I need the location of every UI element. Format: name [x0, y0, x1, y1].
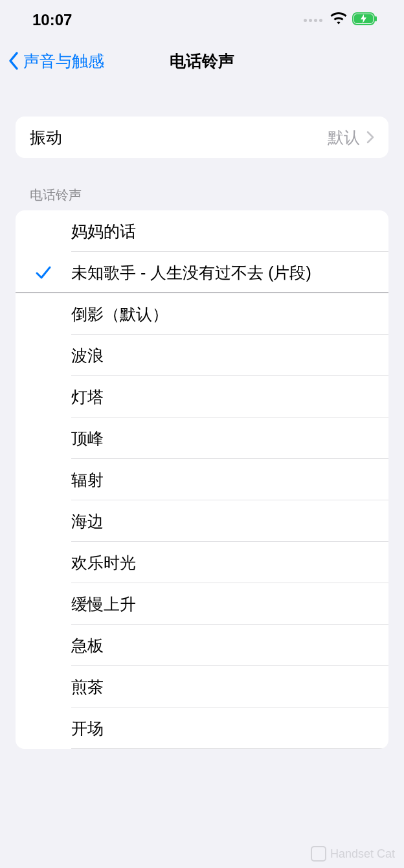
- ringtone-row[interactable]: 灯塔: [16, 376, 388, 417]
- ringtone-row[interactable]: 欢乐时光: [16, 542, 388, 583]
- ringtone-row[interactable]: 未知歌手 - 人生没有过不去 (片段): [16, 252, 388, 293]
- svg-rect-2: [375, 16, 377, 21]
- ringtone-label: 缓慢上升: [71, 594, 388, 615]
- check-slot: [16, 264, 71, 281]
- ringtone-label: 灯塔: [71, 386, 388, 408]
- status-icons: [304, 12, 378, 28]
- battery-charging-icon: [352, 12, 378, 28]
- ringtone-row[interactable]: 开场: [16, 707, 388, 749]
- status-time: 10:07: [32, 11, 72, 29]
- ringtone-row[interactable]: 妈妈的话: [16, 210, 388, 252]
- vibration-cell[interactable]: 振动 默认: [16, 117, 388, 158]
- ringtone-row[interactable]: 海边: [16, 500, 388, 542]
- ringtone-label: 妈妈的话: [71, 221, 388, 242]
- checkmark-icon: [35, 264, 52, 281]
- ringtone-row[interactable]: 顶峰: [16, 417, 388, 459]
- chevron-left-icon: [8, 51, 21, 71]
- ringtone-section-header: 电话铃声: [16, 158, 388, 210]
- ringtone-row[interactable]: 缓慢上升: [16, 583, 388, 625]
- vibration-group: 振动 默认: [16, 117, 388, 158]
- ringtone-label: 开场: [71, 718, 388, 739]
- vibration-value: 默认: [328, 127, 360, 148]
- ringtone-label: 海边: [71, 511, 388, 532]
- ringtone-label: 煎茶: [71, 676, 388, 698]
- watermark-icon: [311, 846, 326, 862]
- ringtone-row[interactable]: 煎茶: [16, 666, 388, 707]
- ringtone-row[interactable]: 辐射: [16, 459, 388, 500]
- ringtone-row[interactable]: 急板: [16, 625, 388, 666]
- navigation-bar: 声音与触感 电话铃声: [0, 40, 404, 82]
- ringtone-label: 未知歌手 - 人生没有过不去 (片段): [71, 262, 388, 284]
- ringtone-label: 辐射: [71, 469, 388, 491]
- wifi-icon: [330, 12, 347, 28]
- vibration-label: 振动: [30, 127, 328, 148]
- ringtone-label: 欢乐时光: [71, 552, 388, 573]
- chevron-right-icon: [366, 131, 374, 144]
- more-dots-icon: [304, 19, 322, 22]
- ringtone-row[interactable]: 波浪: [16, 335, 388, 376]
- ringtone-label: 倒影（默认）: [71, 304, 388, 325]
- status-bar: 10:07: [0, 0, 404, 40]
- ringtone-list: 妈妈的话未知歌手 - 人生没有过不去 (片段)倒影（默认）波浪灯塔顶峰辐射海边欢…: [16, 210, 388, 749]
- ringtone-label: 波浪: [71, 345, 388, 366]
- watermark-text: Handset Cat: [330, 847, 395, 861]
- page-title: 电话铃声: [170, 50, 234, 72]
- ringtone-label: 顶峰: [71, 428, 388, 449]
- ringtone-row[interactable]: 倒影（默认）: [16, 293, 388, 335]
- back-button[interactable]: 声音与触感: [8, 50, 104, 72]
- watermark: Handset Cat: [311, 846, 395, 862]
- back-label: 声音与触感: [23, 50, 104, 72]
- ringtone-label: 急板: [71, 635, 388, 656]
